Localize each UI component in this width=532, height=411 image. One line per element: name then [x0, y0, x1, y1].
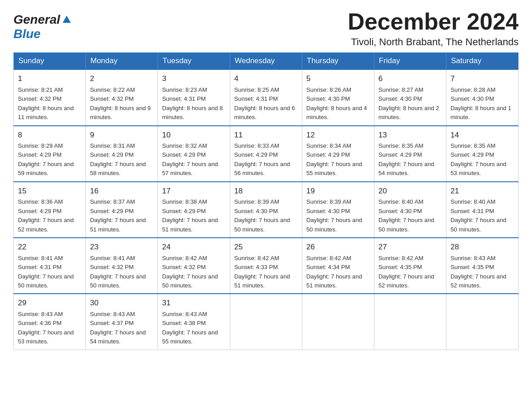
cell-content: Sunrise: 8:34 AMSunset: 4:29 PMDaylight:… — [306, 141, 370, 178]
table-row: 13Sunrise: 8:35 AMSunset: 4:29 PMDayligh… — [374, 126, 446, 182]
cell-content: Sunrise: 8:35 AMSunset: 4:29 PMDaylight:… — [450, 141, 514, 178]
table-row — [446, 294, 519, 350]
table-row: 11Sunrise: 8:33 AMSunset: 4:29 PMDayligh… — [230, 126, 302, 182]
table-row: 12Sunrise: 8:34 AMSunset: 4:29 PMDayligh… — [302, 126, 374, 182]
cell-content: Sunrise: 8:35 AMSunset: 4:29 PMDaylight:… — [378, 141, 442, 178]
table-row: 6Sunrise: 8:27 AMSunset: 4:30 PMDaylight… — [374, 69, 446, 125]
cell-content: Sunrise: 8:41 AMSunset: 4:31 PMDaylight:… — [18, 254, 82, 291]
calendar-table: Sunday Monday Tuesday Wednesday Thursday… — [13, 52, 519, 350]
table-row: 24Sunrise: 8:42 AMSunset: 4:32 PMDayligh… — [158, 238, 230, 294]
cell-content: Sunrise: 8:36 AMSunset: 4:29 PMDaylight:… — [18, 197, 82, 234]
logo: General Blue — [13, 9, 72, 41]
day-number: 11 — [234, 129, 298, 141]
table-row: 4Sunrise: 8:25 AMSunset: 4:31 PMDaylight… — [230, 69, 302, 125]
calendar-body: 1Sunrise: 8:21 AMSunset: 4:32 PMDaylight… — [14, 69, 519, 350]
day-number: 9 — [90, 129, 154, 141]
day-number: 30 — [90, 297, 154, 309]
cell-content: Sunrise: 8:27 AMSunset: 4:30 PMDaylight:… — [378, 86, 442, 122]
col-monday: Monday — [86, 53, 158, 70]
table-row: 2Sunrise: 8:22 AMSunset: 4:32 PMDaylight… — [86, 69, 158, 125]
day-number: 6 — [378, 73, 442, 85]
table-row — [374, 294, 446, 350]
calendar-week-4: 22Sunrise: 8:41 AMSunset: 4:31 PMDayligh… — [14, 238, 519, 294]
day-number: 8 — [18, 129, 82, 141]
cell-content: Sunrise: 8:43 AMSunset: 4:36 PMDaylight:… — [18, 310, 82, 347]
cell-content: Sunrise: 8:40 AMSunset: 4:31 PMDaylight:… — [450, 197, 514, 234]
page-subtitle: Tivoli, North Brabant, The Netherlands — [348, 36, 519, 48]
day-number: 19 — [306, 185, 370, 197]
cell-content: Sunrise: 8:37 AMSunset: 4:29 PMDaylight:… — [90, 197, 154, 234]
table-row: 17Sunrise: 8:38 AMSunset: 4:29 PMDayligh… — [158, 182, 230, 238]
cell-content: Sunrise: 8:43 AMSunset: 4:37 PMDaylight:… — [90, 310, 154, 347]
table-row: 31Sunrise: 8:43 AMSunset: 4:38 PMDayligh… — [158, 294, 230, 350]
cell-content: Sunrise: 8:40 AMSunset: 4:30 PMDaylight:… — [378, 197, 442, 234]
col-friday: Friday — [374, 53, 446, 70]
cell-content: Sunrise: 8:28 AMSunset: 4:30 PMDaylight:… — [450, 86, 514, 122]
table-row: 7Sunrise: 8:28 AMSunset: 4:30 PMDaylight… — [446, 69, 519, 125]
table-row: 19Sunrise: 8:39 AMSunset: 4:30 PMDayligh… — [302, 182, 374, 238]
table-row: 14Sunrise: 8:35 AMSunset: 4:29 PMDayligh… — [446, 126, 519, 182]
table-row — [230, 294, 302, 350]
day-number: 4 — [234, 73, 298, 85]
cell-content: Sunrise: 8:42 AMSunset: 4:35 PMDaylight:… — [378, 254, 442, 291]
col-wednesday: Wednesday — [230, 53, 302, 70]
day-number: 18 — [234, 185, 298, 197]
col-sunday: Sunday — [14, 53, 86, 70]
day-number: 7 — [450, 73, 514, 85]
day-number: 2 — [90, 73, 154, 85]
header-row: Sunday Monday Tuesday Wednesday Thursday… — [14, 53, 519, 70]
cell-content: Sunrise: 8:23 AMSunset: 4:31 PMDaylight:… — [162, 86, 226, 122]
cell-content: Sunrise: 8:29 AMSunset: 4:29 PMDaylight:… — [18, 141, 82, 178]
table-row: 1Sunrise: 8:21 AMSunset: 4:32 PMDaylight… — [14, 69, 86, 125]
day-number: 26 — [306, 241, 370, 253]
table-row: 26Sunrise: 8:42 AMSunset: 4:34 PMDayligh… — [302, 238, 374, 294]
cell-content: Sunrise: 8:26 AMSunset: 4:30 PMDaylight:… — [306, 86, 370, 122]
table-row: 8Sunrise: 8:29 AMSunset: 4:29 PMDaylight… — [14, 126, 86, 182]
day-number: 3 — [162, 73, 226, 85]
cell-content: Sunrise: 8:42 AMSunset: 4:32 PMDaylight:… — [162, 254, 226, 291]
cell-content: Sunrise: 8:39 AMSunset: 4:30 PMDaylight:… — [306, 197, 370, 234]
logo-general-text: General — [13, 13, 60, 27]
table-row — [302, 294, 374, 350]
cell-content: Sunrise: 8:43 AMSunset: 4:35 PMDaylight:… — [450, 254, 514, 291]
table-row: 25Sunrise: 8:42 AMSunset: 4:33 PMDayligh… — [230, 238, 302, 294]
table-row: 9Sunrise: 8:31 AMSunset: 4:29 PMDaylight… — [86, 126, 158, 182]
day-number: 12 — [306, 129, 370, 141]
col-tuesday: Tuesday — [158, 53, 230, 70]
day-number: 23 — [90, 241, 154, 253]
calendar-header: Sunday Monday Tuesday Wednesday Thursday… — [14, 53, 519, 70]
calendar-week-1: 1Sunrise: 8:21 AMSunset: 4:32 PMDaylight… — [14, 69, 519, 125]
cell-content: Sunrise: 8:33 AMSunset: 4:29 PMDaylight:… — [234, 141, 298, 178]
logo-arrow-icon — [62, 15, 72, 26]
day-number: 15 — [18, 185, 82, 197]
day-number: 10 — [162, 129, 226, 141]
table-row: 20Sunrise: 8:40 AMSunset: 4:30 PMDayligh… — [374, 182, 446, 238]
calendar-week-3: 15Sunrise: 8:36 AMSunset: 4:29 PMDayligh… — [14, 182, 519, 238]
cell-content: Sunrise: 8:25 AMSunset: 4:31 PMDaylight:… — [234, 86, 298, 122]
cell-content: Sunrise: 8:39 AMSunset: 4:30 PMDaylight:… — [234, 197, 298, 234]
cell-content: Sunrise: 8:42 AMSunset: 4:34 PMDaylight:… — [306, 254, 370, 291]
page-header: General Blue December 2024 Tivoli, North… — [13, 9, 519, 48]
table-row: 23Sunrise: 8:41 AMSunset: 4:32 PMDayligh… — [86, 238, 158, 294]
table-row: 5Sunrise: 8:26 AMSunset: 4:30 PMDaylight… — [302, 69, 374, 125]
col-saturday: Saturday — [446, 53, 519, 70]
table-row: 29Sunrise: 8:43 AMSunset: 4:36 PMDayligh… — [14, 294, 86, 350]
calendar-week-5: 29Sunrise: 8:43 AMSunset: 4:36 PMDayligh… — [14, 294, 519, 350]
title-block: December 2024 Tivoli, North Brabant, The… — [348, 9, 519, 48]
table-row: 30Sunrise: 8:43 AMSunset: 4:37 PMDayligh… — [86, 294, 158, 350]
cell-content: Sunrise: 8:32 AMSunset: 4:29 PMDaylight:… — [162, 141, 226, 178]
day-number: 28 — [450, 241, 514, 253]
page-title: December 2024 — [348, 9, 519, 34]
table-row: 16Sunrise: 8:37 AMSunset: 4:29 PMDayligh… — [86, 182, 158, 238]
svg-marker-0 — [63, 16, 71, 23]
cell-content: Sunrise: 8:38 AMSunset: 4:29 PMDaylight:… — [162, 197, 226, 234]
day-number: 1 — [18, 73, 82, 85]
day-number: 21 — [450, 185, 514, 197]
table-row: 18Sunrise: 8:39 AMSunset: 4:30 PMDayligh… — [230, 182, 302, 238]
cell-content: Sunrise: 8:31 AMSunset: 4:29 PMDaylight:… — [90, 141, 154, 178]
cell-content: Sunrise: 8:21 AMSunset: 4:32 PMDaylight:… — [18, 86, 82, 122]
col-thursday: Thursday — [302, 53, 374, 70]
cell-content: Sunrise: 8:41 AMSunset: 4:32 PMDaylight:… — [90, 254, 154, 291]
day-number: 16 — [90, 185, 154, 197]
day-number: 17 — [162, 185, 226, 197]
